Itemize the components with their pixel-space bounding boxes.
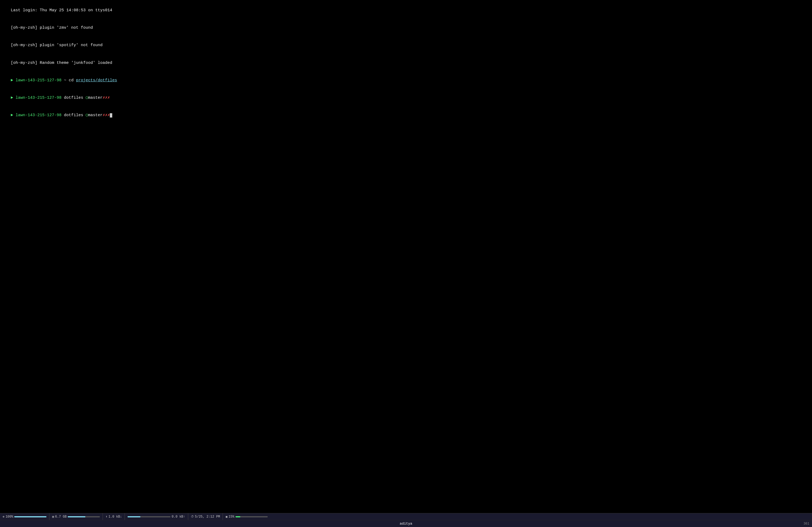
terminal-line-theme: [oh-my-zsh] Random theme 'junkfood' load… [1,54,811,72]
network-down-label: 1.0 kB↓ [108,515,122,519]
taskbar-window-number: 361 [803,522,809,526]
terminal-line-spotify: [oh-my-zsh] plugin 'spotify' not found [1,37,811,54]
terminal-line-active-prompt: ► lawn-143-215-127-98 dotfiles ◯master✗✗… [1,107,811,124]
status-memory: ▤ 6.7 GB [49,513,103,520]
zoom-slider[interactable] [14,516,46,517]
battery-label: 15% [229,515,234,519]
battery-slider[interactable] [235,516,268,517]
network-up-label: 0.0 kB↑ [172,515,185,519]
taskbar-window-title[interactable]: aditya [396,521,416,526]
status-datetime: ⏱ 5/25, 2:12 PM [188,513,223,520]
zoom-icon: ⊕ [3,515,4,518]
memory-label: 6.7 GB [55,515,67,519]
status-network-down: ⬇ 1.0 kB↓ [103,513,125,520]
zoom-label: 100% [6,515,13,519]
network-up-slider[interactable] [128,516,171,517]
status-battery: ▣ 15% [223,513,270,520]
status-network-up: 0.0 kB↑ [125,513,188,520]
network-down-icon: ⬇ [105,515,107,518]
terminal-line-prompt-idle: ► lawn-143-215-127-98 dotfiles ◯master✗✗… [1,89,811,107]
memory-slider[interactable] [68,516,100,517]
terminal-cursor [110,113,112,118]
memory-icon: ▤ [52,515,54,518]
taskbar: aditya 361 [0,520,812,527]
status-zoom: ⊕ 100% [0,513,49,520]
terminal-line-zmv: [oh-my-zsh] plugin 'zmv' not found [1,19,811,36]
terminal-area[interactable]: Last login: Thu May 25 14:08:53 on ttys0… [0,0,812,513]
datetime-label: 5/25, 2:12 PM [195,515,220,519]
clock-icon: ⏱ [191,515,194,518]
statusbar: ⊕ 100% ▤ 6.7 GB ⬇ 1.0 kB↓ 0.0 kB↑ ⏱ 5/25… [0,513,812,520]
terminal-line-cd: ► lawn-143-215-127-98 ~ cd projects/dotf… [1,72,811,89]
terminal-line-lastlogin: Last login: Thu May 25 14:08:53 on ttys0… [1,2,811,19]
battery-icon: ▣ [226,515,228,518]
